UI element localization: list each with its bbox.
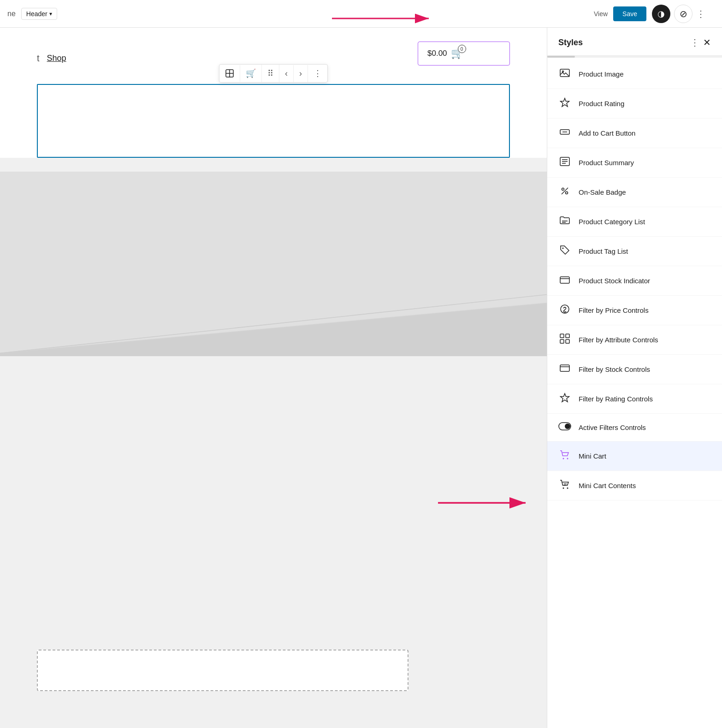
sidebar-label-filter-by-attribute-controls: Filter by Attribute Controls (579, 336, 658, 344)
shop-link[interactable]: Shop (47, 54, 66, 63)
sidebar-label-on-sale-badge: On-Sale Badge (579, 188, 626, 196)
svg-marker-31 (561, 394, 569, 402)
grid-icon (558, 334, 571, 346)
sidebar-item-add-to-cart[interactable]: Add to Cart Button (547, 119, 722, 148)
more-vertical-icon: ⋮ (696, 9, 705, 19)
sidebar-items-list: Product Image Product Rating (547, 60, 722, 501)
svg-point-37 (567, 488, 568, 489)
sidebar-label-product-category-list: Product Category List (579, 218, 645, 226)
svg-rect-25 (560, 334, 564, 338)
sidebar-label-filter-by-price-controls: Filter by Price Controls (579, 306, 649, 314)
main-layout: t Shop $0.00 🛒 0 (0, 28, 722, 728)
breadcrumb-back: t (37, 53, 40, 64)
arrow-right-icon[interactable]: › (294, 65, 308, 82)
view-button[interactable]: View (594, 10, 608, 18)
more-options-icon[interactable]: ⋮ (308, 65, 327, 82)
sidebar-item-product-stock-indicator[interactable]: Product Stock Indicator (547, 266, 722, 296)
product-image-placeholder (0, 172, 547, 356)
sidebar-label-add-to-cart: Add to Cart Button (579, 129, 635, 137)
stock-filter-icon (558, 363, 571, 376)
scroll-indicator (547, 56, 722, 58)
block-type-icon[interactable] (219, 65, 240, 82)
topbar-dropdown[interactable]: Header ▾ (21, 8, 57, 20)
topbar-brand: ne (7, 10, 16, 18)
chevron-down-icon: ▾ (49, 11, 52, 17)
block-toolbar: 🛒 ⠿ ‹ › ⋮ (219, 64, 328, 83)
svg-rect-22 (560, 277, 569, 283)
sidebar-label-mini-cart: Mini Cart (579, 452, 606, 460)
scroll-thumb (547, 56, 575, 58)
topbar-center: View Save ◑ ⊘ ⋮ (57, 5, 715, 23)
sidebar-item-product-tag-list[interactable]: Product Tag List (547, 237, 722, 266)
sidebar-close-button[interactable]: ✕ (703, 37, 711, 48)
mini-cart-icon (558, 450, 571, 462)
sidebar-item-on-sale-badge[interactable]: On-Sale Badge (547, 178, 722, 207)
image-icon (558, 68, 571, 80)
cart-toolbar-icon[interactable]: 🛒 (240, 65, 262, 82)
topbar: ne Header ▾ View Save ◑ ⊘ ⋮ (0, 0, 722, 28)
styles-sidebar: Styles ⋮ ✕ (547, 28, 722, 728)
sidebar-header-actions: ⋮ ✕ (690, 37, 711, 48)
svg-point-17 (566, 192, 568, 194)
svg-point-33 (565, 424, 570, 429)
sidebar-title: Styles (558, 38, 583, 48)
svg-line-18 (562, 188, 568, 194)
sidebar-more-button[interactable]: ⋮ (690, 37, 699, 48)
stock-icon (558, 274, 571, 287)
arrow-left-icon[interactable]: ‹ (279, 65, 294, 82)
dashed-placeholder (37, 650, 408, 691)
button-icon (558, 127, 571, 139)
mini-cart-contents-icon (558, 479, 571, 492)
sidebar-item-product-category-list[interactable]: Product Category List (547, 207, 722, 237)
topbar-dropdown-label: Header (26, 10, 47, 18)
theme-toggle-button[interactable]: ◑ (652, 5, 670, 23)
folder-icon (558, 215, 571, 228)
star-rating-icon (558, 393, 571, 405)
sidebar-item-active-filters-controls[interactable]: Active Filters Controls (547, 414, 722, 442)
dots-grid-icon[interactable]: ⠿ (262, 65, 279, 82)
circle-slash-icon: ⊘ (680, 8, 687, 19)
sidebar-item-product-image[interactable]: Product Image (547, 60, 722, 89)
sidebar-item-filter-by-attribute-controls[interactable]: Filter by Attribute Controls (547, 325, 722, 355)
block-editor-button[interactable]: ⊘ (674, 5, 692, 23)
svg-rect-5 (0, 172, 547, 356)
canvas-area: t Shop $0.00 🛒 0 (0, 28, 547, 728)
star-icon (558, 97, 571, 110)
topbar-icons: ◑ ⊘ ⋮ (652, 5, 705, 23)
sidebar-label-filter-by-stock-controls: Filter by Stock Controls (579, 365, 650, 373)
sidebar-label-mini-cart-contents: Mini Cart Contents (579, 482, 636, 489)
svg-point-8 (562, 71, 564, 72)
svg-point-16 (562, 188, 564, 191)
selected-block: 🛒 ⠿ ‹ › ⋮ (37, 84, 510, 158)
save-button[interactable]: Save (613, 6, 646, 21)
list-icon (558, 156, 571, 169)
topbar-more-button[interactable]: ⋮ (696, 8, 705, 19)
svg-rect-27 (560, 340, 564, 343)
sidebar-item-mini-cart[interactable]: Mini Cart (547, 442, 722, 471)
sidebar-item-filter-by-price-controls[interactable]: Filter by Price Controls (547, 296, 722, 325)
cart-price: $0.00 (427, 49, 447, 58)
placeholder-svg (0, 172, 547, 356)
sidebar-label-product-image: Product Image (579, 70, 624, 78)
tag-icon (558, 245, 571, 257)
svg-point-36 (563, 488, 564, 489)
sidebar-label-product-stock-indicator: Product Stock Indicator (579, 277, 650, 285)
cart-icon: 🛒 0 (451, 48, 463, 60)
dollar-circle-icon (558, 304, 571, 316)
toggle-icon (558, 422, 571, 433)
cart-button[interactable]: $0.00 🛒 0 (418, 42, 510, 66)
svg-marker-9 (561, 98, 569, 107)
sidebar-item-product-rating[interactable]: Product Rating (547, 89, 722, 119)
sidebar-item-mini-cart-contents[interactable]: Mini Cart Contents (547, 471, 722, 501)
sidebar-item-product-summary[interactable]: Product Summary (547, 148, 722, 178)
topbar-left: ne Header ▾ (7, 8, 57, 20)
more-icon: ⋮ (690, 37, 699, 48)
sidebar-label-filter-by-rating-controls: Filter by Rating Controls (579, 395, 653, 403)
half-circle-icon: ◑ (657, 9, 665, 19)
close-icon: ✕ (703, 37, 711, 48)
svg-rect-26 (566, 334, 569, 338)
sidebar-label-product-tag-list: Product Tag List (579, 247, 628, 255)
svg-point-35 (567, 458, 568, 459)
sidebar-item-filter-by-rating-controls[interactable]: Filter by Rating Controls (547, 384, 722, 414)
sidebar-item-filter-by-stock-controls[interactable]: Filter by Stock Controls (547, 355, 722, 384)
